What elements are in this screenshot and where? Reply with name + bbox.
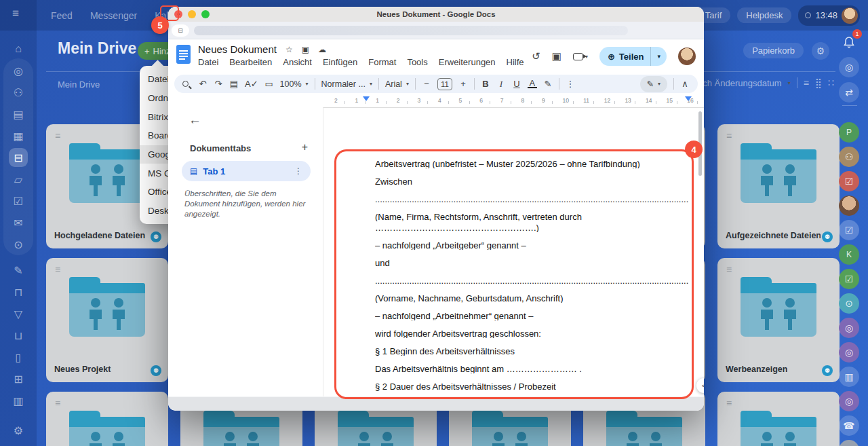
docs-menu-hilfe[interactable]: Hilfe: [507, 57, 524, 67]
list-view-icon[interactable]: ≡: [804, 77, 809, 88]
chat-avatar-p[interactable]: P: [839, 122, 859, 143]
esign-icon[interactable]: ✎: [9, 261, 28, 280]
home-icon[interactable]: ⌂: [9, 39, 28, 58]
increase-font-icon[interactable]: +: [458, 79, 468, 89]
copilot-chat-icon[interactable]: ◎: [839, 342, 859, 363]
automation-icon[interactable]: ⊞: [9, 369, 28, 388]
more-options-icon[interactable]: ⋮: [566, 79, 575, 89]
collapse-toolbar-icon[interactable]: ∧: [680, 79, 690, 89]
breadcrumb[interactable]: Mein Drive: [58, 79, 100, 90]
docs-menu-format[interactable]: Format: [368, 57, 396, 67]
tile-menu-icon[interactable]: ≡: [55, 398, 60, 409]
paragraph-style-select[interactable]: Normaler ...▾: [321, 79, 372, 89]
text-color-icon[interactable]: A: [528, 79, 537, 88]
italic-icon[interactable]: I: [496, 79, 506, 90]
docs-menu-ansicht[interactable]: Ansicht: [283, 57, 312, 67]
task-chat-gray-icon[interactable]: ☑: [839, 220, 859, 240]
feed-icon[interactable]: ▤: [9, 105, 28, 124]
add-tab-button[interactable]: +: [302, 141, 308, 153]
font-select[interactable]: Arial▾: [385, 79, 409, 89]
spellcheck-icon[interactable]: A✓: [245, 79, 258, 89]
folder-tile-werbeanzeigen[interactable]: ≡Werbeanzeigen⚉: [717, 258, 840, 382]
docs-menu-datei[interactable]: Datei: [198, 57, 218, 67]
tile-menu-icon[interactable]: ≡: [726, 398, 732, 409]
phone-icon[interactable]: ☎: [839, 415, 859, 436]
indent-marker-icon[interactable]: [685, 96, 692, 101]
star-icon[interactable]: ☆: [285, 45, 293, 54]
bold-icon[interactable]: B: [481, 79, 490, 89]
search-icon[interactable]: [182, 81, 192, 87]
settings-gear-icon[interactable]: ⚙: [9, 421, 28, 440]
browser-url-bar[interactable]: ⊟: [168, 22, 704, 39]
tasks-icon[interactable]: ☑: [9, 191, 28, 210]
drive-icon[interactable]: ⊟: [9, 148, 28, 167]
redo-icon[interactable]: ↷: [214, 79, 223, 89]
crm-funnel-icon[interactable]: ▽: [9, 304, 28, 323]
docs-menu-tools[interactable]: Tools: [407, 57, 427, 67]
helpdesk-button[interactable]: Helpdesk: [737, 7, 791, 23]
employees-icon[interactable]: ⚇: [9, 83, 28, 102]
docs-menu-bearbeiten[interactable]: Bearbeiten: [229, 57, 272, 67]
paint-format-icon[interactable]: ▭: [264, 79, 274, 89]
collapse-panel-icon[interactable]: <: [696, 378, 704, 393]
drive-settings-gear-icon[interactable]: ⚙: [812, 42, 829, 60]
tab-overview-icon[interactable]: ⊟: [172, 24, 189, 37]
tile-menu-icon[interactable]: ≡: [55, 130, 60, 141]
docs-menu-einf-gen[interactable]: Einfügen: [323, 57, 357, 67]
shop-cart-icon[interactable]: ⊔: [9, 326, 28, 345]
transfer-button[interactable]: ⇄: [839, 82, 859, 103]
menu-toggle-icon[interactable]: ≡: [12, 7, 19, 20]
docs-user-avatar[interactable]: [678, 48, 696, 65]
move-folder-icon[interactable]: ▣: [302, 45, 309, 54]
ruler[interactable]: 2112345678910111213141516: [168, 95, 704, 107]
back-arrow-icon[interactable]: ←: [189, 113, 201, 128]
task-chat-green-icon[interactable]: ☑: [839, 269, 859, 289]
grid-view-icon[interactable]: ⣿: [815, 77, 822, 88]
documents-icon[interactable]: ▯: [9, 348, 28, 367]
folder-tile[interactable]: ≡: [717, 392, 840, 446]
share-button[interactable]: ⊕ Teilen: [599, 52, 651, 62]
trash-button[interactable]: Papierkorb: [743, 43, 804, 58]
zoom-select[interactable]: 100%▾: [280, 79, 309, 89]
messenger-icon[interactable]: ⊙: [9, 235, 28, 254]
chat-avatar-bc[interactable]: BC: [839, 440, 859, 446]
document-title[interactable]: Neues Dokument: [198, 43, 277, 55]
notifications-bell[interactable]: 1: [839, 32, 859, 52]
warehouse-icon[interactable]: ⊓: [9, 282, 28, 301]
folder-tile-neues-projekt[interactable]: ≡Neues Projekt⚉: [46, 258, 168, 382]
highlight-icon[interactable]: ✎: [543, 79, 553, 89]
decrease-font-icon[interactable]: −: [422, 79, 431, 89]
contacts-icon[interactable]: ▥: [9, 391, 28, 410]
docs-menu-erweiterungen[interactable]: Erweiterungen: [439, 57, 496, 67]
calendar-icon[interactable]: ▦: [9, 126, 28, 145]
tile-menu-icon[interactable]: ≡: [726, 130, 732, 141]
copilot-button[interactable]: ◎: [839, 57, 859, 77]
chat-avatar-k[interactable]: K: [839, 244, 859, 265]
folder-tile-aufgezeichnete-dateien[interactable]: ≡Aufgezeichnete Dateien⚉: [717, 124, 840, 248]
sort-label[interactable]: ch Änderungsdatum: [703, 78, 781, 88]
chat-bubble-icon[interactable]: ⊙: [839, 293, 859, 314]
editing-mode-button[interactable]: ✎▾: [640, 76, 668, 92]
meet-icon[interactable]: ▾: [573, 53, 588, 60]
tile-menu-icon[interactable]: ≡: [726, 264, 732, 275]
chat-avatar-photo[interactable]: [839, 196, 859, 216]
top-nav-messenger[interactable]: Messenger: [90, 10, 137, 21]
task-chat-red-icon[interactable]: ☑: [839, 171, 859, 191]
underline-icon[interactable]: U: [512, 79, 521, 89]
folder-tile[interactable]: ≡: [46, 392, 168, 446]
font-size-field[interactable]: 11: [437, 78, 452, 90]
tile-menu-icon[interactable]: ≡: [55, 264, 60, 275]
whiteboard-icon[interactable]: ▱: [9, 170, 28, 189]
share-dropdown-button[interactable]: ▾: [651, 53, 667, 60]
comments-icon[interactable]: ▣: [552, 50, 561, 62]
window-title-bar[interactable]: Neues Dokument - Google Docs ×: [168, 7, 704, 22]
indent-marker-icon[interactable]: [363, 96, 370, 101]
version-history-icon[interactable]: ↺: [532, 50, 540, 62]
top-nav-feed[interactable]: Feed: [51, 10, 73, 21]
mail-icon[interactable]: ✉: [9, 213, 28, 232]
copilot-chat-icon[interactable]: ◎: [839, 391, 859, 411]
tab-1[interactable]: ▤ Tab 1 ⋮: [182, 161, 311, 181]
print-icon[interactable]: ▤: [229, 79, 239, 89]
undo-icon[interactable]: ↶: [198, 79, 208, 89]
group-chat-icon[interactable]: ⚇: [839, 147, 859, 167]
